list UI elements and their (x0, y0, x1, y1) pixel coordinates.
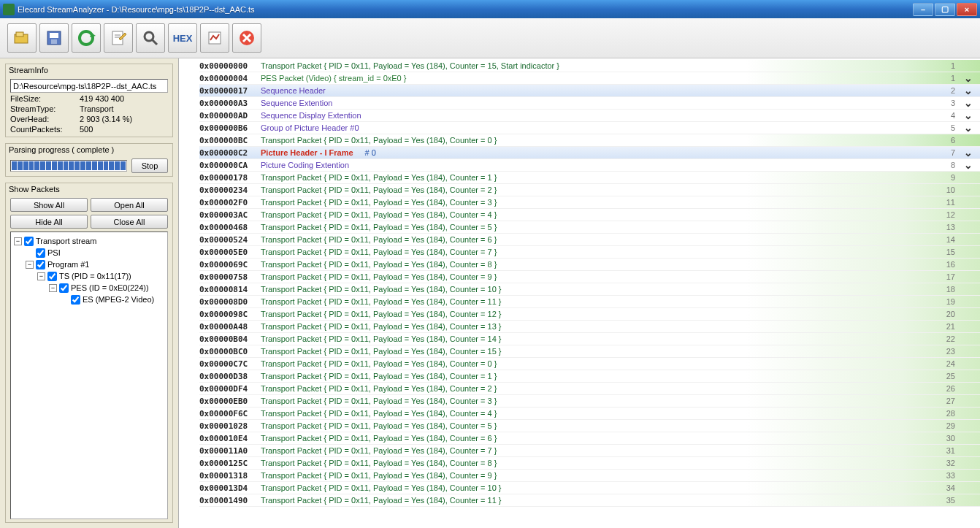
packet-row[interactable]: 0x00000758Transport Packet { PID = 0x11,… (199, 271, 980, 283)
packet-description: Transport Packet { PID = 0x11, Payload =… (261, 322, 502, 331)
packet-address: 0x00000468 (199, 223, 259, 232)
maximize-button[interactable]: ▢ (935, 3, 955, 16)
packet-row[interactable]: 0x00000F6CTransport Packet { PID = 0x11,… (199, 408, 980, 420)
packet-address: 0x000008D0 (199, 297, 259, 307)
tree-node-program-1[interactable]: −Program #1 (14, 259, 164, 270)
row-index: 33 (946, 471, 955, 480)
row-index: 26 (946, 384, 955, 393)
row-index: 23 (946, 347, 955, 356)
row-index: 31 (946, 446, 955, 455)
open-all-button[interactable]: Open All (91, 198, 168, 212)
expand-icon[interactable]: ⌄ (964, 85, 973, 96)
refresh-button[interactable] (72, 23, 101, 53)
packet-row[interactable]: 0x000011A0Transport Packet { PID = 0x11,… (199, 445, 980, 457)
row-index: 16 (946, 260, 955, 269)
show-all-button[interactable]: Show All (10, 198, 88, 212)
packet-row[interactable]: 0x00000C7CTransport Packet { PID = 0x11,… (199, 358, 980, 370)
tree-check-psi[interactable] (36, 248, 45, 258)
search-button[interactable] (136, 23, 165, 53)
packet-description: Transport Packet { PID = 0x11, Payload =… (261, 297, 502, 306)
packet-row[interactable]: 0x00001318Transport Packet { PID = 0x11,… (199, 470, 980, 482)
packet-row[interactable]: 0x00000814Transport Packet { PID = 0x11,… (199, 283, 980, 296)
packet-row[interactable]: 0x000000C2Picture Header - I Frame# 07⌄ (199, 147, 980, 159)
packet-row[interactable]: 0x000000ADSequence Display Extention4⌄ (199, 110, 980, 122)
packet-row[interactable]: 0x00001028Transport Packet { PID = 0x11,… (199, 420, 980, 432)
expand-icon[interactable]: ⌄ (964, 147, 973, 158)
row-index: 10 (946, 185, 955, 194)
packet-row[interactable]: 0x000010E4Transport Packet { PID = 0x11,… (199, 432, 980, 445)
filesize-value: 419 430 400 (80, 94, 124, 103)
expand-icon[interactable]: ⌄ (964, 110, 973, 121)
window-close-button[interactable]: × (957, 3, 977, 16)
packet-row[interactable]: 0x000013D4Transport Packet { PID = 0x11,… (199, 482, 980, 494)
stop-button[interactable]: Stop (131, 158, 168, 173)
expand-icon[interactable]: ⌄ (964, 122, 973, 134)
report-button[interactable] (200, 23, 229, 53)
packet-row[interactable]: 0x00000468Transport Packet { PID = 0x11,… (199, 221, 980, 234)
tree-check-transport-stream[interactable] (24, 237, 34, 246)
packet-row[interactable]: 0x00000EB0Transport Packet { PID = 0x11,… (199, 395, 980, 408)
packet-description: Transport Packet { PID = 0x11, Payload =… (261, 347, 502, 356)
packet-row[interactable]: 0x00000234Transport Packet { PID = 0x11,… (199, 184, 980, 196)
packet-row[interactable]: 0x00000017Sequence Header2⌄ (199, 85, 980, 97)
packet-row[interactable]: 0x000000CAPicture Coding Extention8⌄ (199, 159, 980, 172)
packet-row[interactable]: 0x0000098CTransport Packet { PID = 0x11,… (199, 308, 980, 321)
tree-check-pes[interactable] (59, 283, 69, 293)
collapse-icon[interactable]: − (26, 261, 34, 269)
collapse-icon[interactable]: − (49, 284, 57, 292)
filesize-label: FileSize: (10, 94, 80, 103)
expand-icon[interactable]: ⌄ (964, 159, 973, 171)
packet-description: Transport Packet { PID = 0x11, Payload =… (261, 235, 497, 244)
packet-row[interactable]: 0x000003ACTransport Packet { PID = 0x11,… (199, 209, 980, 221)
packet-row[interactable]: 0x00001490Transport Packet { PID = 0x11,… (199, 494, 980, 507)
packet-row[interactable]: 0x000000A3Sequence Extention3⌄ (199, 97, 980, 110)
packet-row[interactable]: 0x000002F0Transport Packet { PID = 0x11,… (199, 196, 980, 209)
tree-check-ts[interactable] (47, 272, 57, 281)
packet-row[interactable]: 0x00000178Transport Packet { PID = 0x11,… (199, 172, 980, 184)
edit-note-button[interactable] (104, 23, 133, 53)
packet-row[interactable]: 0x00000BC0Transport Packet { PID = 0x11,… (199, 345, 980, 358)
packet-row[interactable]: 0x000000BCTransport Packet { PID = 0x11,… (199, 134, 980, 147)
packet-row[interactable]: 0x0000069CTransport Packet { PID = 0x11,… (199, 259, 980, 271)
packet-row[interactable]: 0x000005E0Transport Packet { PID = 0x11,… (199, 246, 980, 259)
overhead-label: OverHead: (10, 115, 80, 123)
packet-row[interactable]: 0x00000524Transport Packet { PID = 0x11,… (199, 234, 980, 246)
stream-path-input[interactable] (10, 79, 168, 93)
hex-view-button[interactable]: HEX (168, 23, 197, 53)
close-stream-button[interactable] (232, 23, 261, 53)
expand-icon[interactable]: ⌄ (964, 97, 973, 109)
expand-icon[interactable]: ⌄ (964, 72, 973, 84)
row-index: 1 (951, 74, 955, 83)
packet-description: Transport Packet { PID = 0x11, Payload =… (261, 496, 502, 505)
packet-row[interactable]: 0x00000004PES Packet (Video) { stream_id… (199, 72, 980, 85)
packet-row[interactable]: 0x00000DF4Transport Packet { PID = 0x11,… (199, 383, 980, 395)
tree-node-pes[interactable]: −PES (ID = 0xE0(224)) (14, 282, 164, 294)
packet-row[interactable]: 0x00000D38Transport Packet { PID = 0x11,… (199, 370, 980, 383)
packet-row[interactable]: 0x0000125CTransport Packet { PID = 0x11,… (199, 457, 980, 470)
open-file-button[interactable] (7, 23, 37, 53)
window-titlebar[interactable]: Elecard StreamAnalyzer - D:\Resource\mpg… (0, 0, 980, 18)
tree-node-psi[interactable]: PSI (14, 247, 164, 259)
collapse-icon[interactable]: − (37, 272, 45, 280)
packet-row[interactable]: 0x000008D0Transport Packet { PID = 0x11,… (199, 296, 980, 308)
collapse-icon[interactable]: − (14, 237, 22, 245)
packet-row[interactable]: 0x000000B6Group of Picture Header #05⌄ (199, 122, 980, 134)
hide-all-button[interactable]: Hide All (10, 215, 88, 229)
tree-node-es[interactable]: ES (MPEG-2 Video) (14, 294, 164, 305)
packet-row[interactable]: 0x00000B04Transport Packet { PID = 0x11,… (199, 333, 980, 345)
packet-address: 0x00000758 (199, 272, 259, 282)
tree-node-ts[interactable]: −TS (PID = 0x11(17)) (14, 270, 164, 282)
tree-check-program-1[interactable] (36, 260, 45, 269)
close-all-button[interactable]: Close All (91, 215, 168, 229)
tree-check-es[interactable] (71, 295, 80, 305)
packets-tree[interactable]: −Transport stream PSI −Program #1 −TS (P… (10, 232, 168, 519)
packet-address: 0x000010E4 (199, 434, 259, 443)
packet-address: 0x00000F6C (199, 409, 259, 418)
packet-row[interactable]: 0x00000A48Transport Packet { PID = 0x11,… (199, 321, 980, 333)
tree-node-transport-stream[interactable]: −Transport stream (14, 235, 164, 247)
row-index: 14 (946, 235, 955, 244)
minimize-button[interactable]: – (913, 3, 933, 16)
packet-row[interactable]: 0x00000000Transport Packet { PID = 0x11,… (199, 60, 980, 72)
save-button[interactable] (39, 23, 69, 53)
packet-list[interactable]: 0x00000000Transport Packet { PID = 0x11,… (179, 58, 980, 528)
